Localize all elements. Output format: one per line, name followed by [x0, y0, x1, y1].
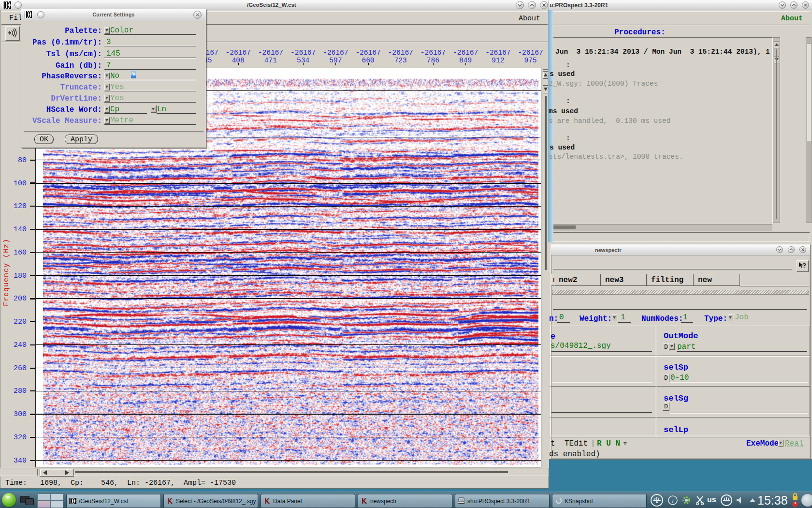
svg-text:i: i — [672, 497, 674, 504]
svg-text:?: ? — [802, 262, 806, 269]
